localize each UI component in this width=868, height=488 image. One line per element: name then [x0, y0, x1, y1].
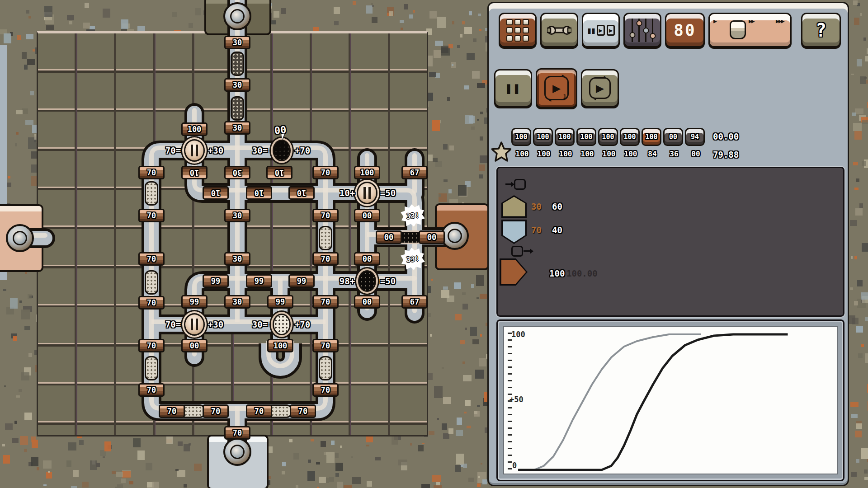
pipe-flange[interactable]: 100 [181, 122, 208, 136]
flow-value: 10 [211, 189, 220, 197]
input1-shape[interactable] [501, 195, 527, 218]
pipe-flange[interactable]: 67 [401, 166, 428, 179]
valve-dark[interactable] [273, 140, 291, 161]
pipe-flange[interactable]: 30 [224, 121, 250, 135]
pipe-flange[interactable]: 00 [354, 209, 380, 222]
help-button[interactable]: ? [801, 13, 841, 47]
pipe-flange[interactable]: 30 [224, 36, 250, 49]
speed-1x-icon[interactable]: ▶ [713, 18, 716, 24]
pipe-flange[interactable]: 70 [138, 252, 165, 266]
terrain-speck [857, 280, 863, 287]
pipe-flange[interactable]: 70 [138, 166, 165, 179]
pipe-flange[interactable]: 70 [224, 426, 250, 440]
valve-open[interactable] [184, 139, 205, 162]
valve-dark[interactable] [358, 270, 376, 292]
pipe-flange[interactable]: 00 [419, 230, 445, 244]
output-shape[interactable] [500, 258, 528, 286]
pipe-flange[interactable]: 70 [159, 404, 185, 418]
score-target-button[interactable]: 100 [511, 128, 531, 146]
pipe-network[interactable] [0, 0, 487, 488]
pipe-mesh-section[interactable] [319, 356, 332, 380]
pipe-flange[interactable]: 00 [181, 339, 208, 352]
valve-open[interactable] [184, 313, 205, 336]
connector-dome[interactable] [441, 222, 469, 250]
pipe-flange[interactable]: 70 [312, 166, 339, 179]
black-curve [518, 334, 788, 470]
pipe-flange[interactable]: 30 [224, 78, 250, 92]
tools-button[interactable] [540, 13, 578, 47]
pipe-flange[interactable]: 00 [354, 295, 380, 309]
pipe-flange[interactable]: 100 [267, 339, 293, 352]
pipe-flange[interactable]: 10 [288, 186, 315, 200]
input-icon [514, 179, 526, 190]
pipe-flange[interactable]: 70 [138, 296, 165, 310]
pipe-flange[interactable]: 70 [312, 295, 339, 309]
speed-button[interactable]: ▶ ▶▶ ▶▶▶ [708, 13, 792, 47]
pipe-flange[interactable]: 10 [181, 166, 208, 179]
pipe-mesh-section[interactable] [145, 181, 158, 206]
eighty-label: 80 [674, 21, 696, 39]
flow-value: 99 [211, 277, 220, 285]
pipe-mesh-section[interactable] [319, 226, 332, 250]
pipe-flange[interactable]: 70 [246, 404, 272, 418]
pipe-flange[interactable]: 70 [138, 339, 165, 352]
score-target-button[interactable]: 100 [555, 128, 575, 146]
pipe-flange[interactable]: 70 [138, 383, 165, 397]
pipe-mesh-section[interactable] [145, 356, 158, 380]
score-target-button[interactable]: 100 [620, 128, 640, 146]
score-target-button[interactable]: 100 [642, 128, 661, 146]
wrench-icon [547, 23, 571, 38]
pipe-flange[interactable]: 70 [290, 404, 316, 418]
pipe-flange[interactable]: 00 [376, 230, 402, 244]
pipe-flange[interactable]: 99 [288, 274, 315, 288]
input2-shape[interactable] [501, 220, 527, 244]
pipe-flange[interactable]: 30 [224, 209, 250, 222]
score-target-button[interactable]: 100 [598, 128, 618, 146]
score-target-button[interactable]: 00 [663, 128, 683, 146]
play-loop-icon: ▶ ▸ ▸ [589, 77, 611, 99]
speed-3x-icon[interactable]: ▶▶▶ [776, 18, 783, 24]
pipe-flange[interactable]: 100 [354, 166, 380, 179]
flow-value: 70 [321, 298, 330, 306]
playback-panel-button[interactable]: ▮▮▶▶ [582, 13, 620, 47]
pipe-mesh-section[interactable] [145, 270, 158, 295]
terrain-speck [855, 431, 862, 437]
pipe-flange[interactable]: 70 [138, 209, 165, 222]
score-target-button[interactable]: 100 [533, 128, 553, 146]
pipe-flange[interactable]: 99 [246, 274, 272, 288]
pipe-flange[interactable]: 10 [266, 166, 292, 179]
pipe-flange[interactable]: 70 [203, 404, 229, 418]
settings-button[interactable] [623, 13, 661, 47]
pipe-flange[interactable]: 99 [267, 295, 293, 309]
pipe-mesh-section[interactable] [231, 96, 244, 121]
pipe-flange[interactable]: 00 [354, 252, 380, 266]
connector-dome[interactable] [6, 224, 34, 252]
pipe-flange[interactable]: 70 [312, 209, 339, 222]
pipe-mesh-section[interactable] [231, 52, 244, 76]
terrain-speck [865, 353, 868, 362]
score-target-button[interactable]: 94 [685, 128, 705, 146]
score-target-button[interactable]: 100 [576, 128, 596, 146]
pipe-flange[interactable]: 30 [224, 295, 250, 309]
display-value-button[interactable]: 80 [665, 13, 705, 47]
pipe-flange[interactable]: 30 [224, 166, 250, 179]
pipe-flange[interactable]: 99 [203, 274, 229, 288]
pipe-flange[interactable]: 10 [246, 186, 272, 200]
pipe-flange[interactable]: 70 [312, 339, 339, 352]
play-once-button[interactable]: ▶ ▸ ▸ 1 [536, 68, 577, 108]
pipe-flange[interactable]: 67 [401, 295, 428, 309]
valve-open[interactable] [357, 182, 377, 204]
valve-dotted[interactable] [273, 314, 291, 335]
pause-button[interactable]: ❚❚ [494, 69, 532, 107]
speed-2x-icon[interactable]: ▶▶ [749, 18, 754, 24]
play-loop-button[interactable]: ▶ ▸ ▸ [581, 69, 619, 107]
barrel-icon [730, 20, 746, 39]
connector-dome[interactable] [223, 438, 251, 466]
components-button[interactable] [499, 13, 537, 47]
pipe-flange[interactable]: 70 [312, 252, 339, 266]
pipe-flange[interactable]: 30 [224, 252, 250, 266]
pipe-flange[interactable]: 70 [312, 383, 339, 397]
connector-dome[interactable] [223, 2, 251, 30]
pipe-flange[interactable]: 10 [203, 186, 229, 200]
pipe-flange[interactable]: 99 [181, 295, 208, 309]
